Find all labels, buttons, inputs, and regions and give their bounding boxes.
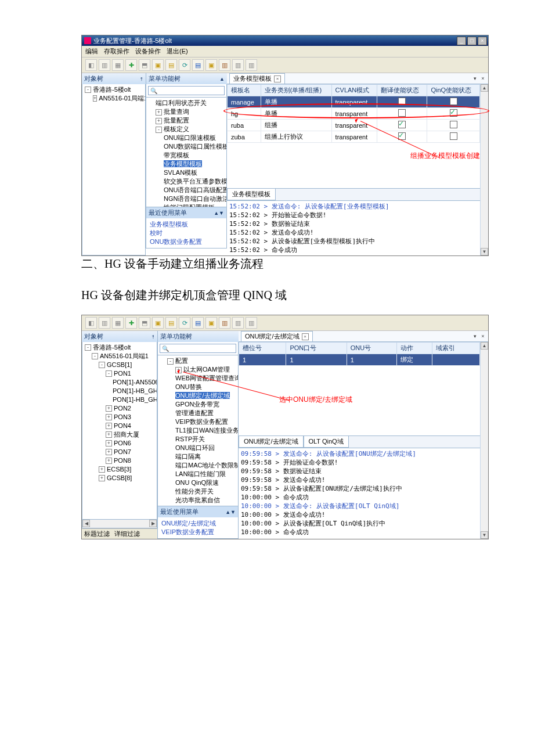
config-icon[interactable]: ▥ (219, 317, 230, 329)
expand-icon[interactable]: + (106, 449, 112, 455)
config-icon[interactable]: ▥ (219, 59, 230, 71)
toolbar-btn[interactable]: ◧ (85, 59, 97, 71)
tree-node[interactable]: +招商大厦 (84, 430, 156, 439)
checkbox[interactable] (450, 98, 457, 105)
collapse-icon[interactable]: - (85, 87, 91, 93)
col-header[interactable]: 业务类别(单播/组播) (261, 85, 331, 96)
scroll-up-icon[interactable]: ▲ (219, 76, 225, 82)
checkbox-checked[interactable] (450, 109, 457, 117)
bottom-tab[interactable]: ONU绑定/去绑定域 (239, 436, 304, 448)
col-header[interactable]: 槽位号 (239, 343, 286, 354)
collapse-icon[interactable]: - (99, 362, 105, 368)
expand-icon[interactable]: + (99, 466, 105, 473)
scrollbar[interactable]: ▲ ▼ (480, 84, 488, 255)
checkbox-checked[interactable] (398, 132, 406, 140)
col-header[interactable]: QinQ使能状态 (427, 85, 480, 96)
toolbar-btn[interactable]: ▥ (232, 317, 244, 329)
close-icon[interactable]: × (302, 333, 309, 340)
expand-icon[interactable]: + (106, 423, 112, 429)
tree-node[interactable]: -GCSB[1] (84, 361, 156, 369)
search-icon[interactable]: 🔍 (149, 88, 159, 94)
col-header[interactable]: 翻译使能状态 (377, 85, 427, 96)
checkbox[interactable] (398, 109, 406, 117)
tree-node[interactable]: +PON4 (84, 422, 156, 430)
copy-icon[interactable]: ▣ (152, 317, 164, 329)
expand-icon[interactable]: + (106, 458, 112, 464)
paste-icon[interactable]: ▤ (165, 317, 177, 329)
expand-icon[interactable]: + (106, 405, 112, 412)
func-item[interactable]: ONU端口限速模板 (147, 134, 226, 142)
checkbox[interactable] (450, 132, 457, 140)
copy-icon[interactable]: ▣ (152, 59, 164, 71)
toolbar-btn[interactable]: ⬒ (139, 59, 150, 71)
table-row[interactable]: zuba 组播上行协议 transparent (228, 131, 480, 143)
checkbox[interactable] (398, 98, 406, 105)
pin-icon[interactable]: ⫯ (152, 334, 155, 340)
func-item[interactable]: 端口隔离 (159, 452, 238, 461)
func-item[interactable]: VEIP数据业务配置 (159, 417, 238, 426)
save-icon[interactable]: ▣ (205, 59, 217, 71)
func-item[interactable]: 端口MAC地址个数限制 (159, 461, 238, 470)
table-row[interactable]: manage 单播 transparent (228, 96, 480, 108)
func-item-selected[interactable]: ONU绑定/去绑定域 (159, 391, 238, 400)
func-item[interactable]: -模板定义 (147, 125, 226, 134)
open-icon[interactable]: ▤ (192, 59, 204, 71)
close-all-icon[interactable]: × (479, 333, 486, 340)
pin-icon[interactable]: ⫯ (140, 76, 143, 82)
close-all-icon[interactable]: × (479, 75, 486, 82)
recent-item[interactable]: ONU绑定/去绑定域 (161, 519, 234, 528)
paste-icon[interactable]: ▤ (165, 59, 177, 71)
tree-node[interactable]: +PON6 (84, 439, 156, 448)
tree-root[interactable]: - 香港路-5楼olt (84, 85, 144, 94)
checkbox[interactable] (450, 121, 457, 128)
col-header[interactable]: 动作 (396, 343, 432, 354)
save-icon[interactable]: ▣ (205, 317, 217, 329)
menu-access[interactable]: 存取操作 (104, 47, 129, 56)
func-item[interactable]: LAN端口性能门限 (159, 470, 238, 478)
expand-icon[interactable]: + (106, 414, 112, 420)
func-item[interactable]: ONU QinQ限速 (159, 478, 238, 487)
func-item-selected[interactable]: 业务模型模板 (147, 160, 226, 168)
scroll-up-icon[interactable]: ▲ (481, 84, 488, 92)
func-item[interactable]: SVLAN模板 (147, 168, 226, 177)
scrollbar[interactable]: ▲ ▼ (480, 342, 488, 539)
tree-node[interactable]: +PON2 (84, 404, 156, 413)
func-item[interactable]: ONU语音端口高级配置 (147, 186, 226, 195)
func-item[interactable]: +批量配置 (147, 116, 226, 125)
expand-icon[interactable]: + (106, 431, 112, 438)
scroll-left-icon[interactable]: ◀ (82, 520, 90, 527)
table-row[interactable]: hg 单播 transparent (228, 108, 480, 120)
table-row[interactable]: 1 1 1 绑定 (239, 354, 480, 366)
expand-icon[interactable]: + (99, 475, 105, 481)
plus-icon[interactable]: ✚ (125, 59, 137, 71)
dropdown-icon[interactable]: ▾ (471, 75, 478, 82)
toolbar-btn[interactable]: ◧ (85, 317, 97, 329)
status-item[interactable]: 详细过滤 (114, 530, 140, 538)
refresh-icon[interactable]: ⟳ (179, 59, 190, 71)
collapse-icon[interactable]: - (106, 370, 112, 377)
close-button[interactable]: × (478, 37, 487, 45)
tree-node[interactable]: +PON8 (84, 456, 156, 465)
tab-active[interactable]: 业务模型模板 × (229, 73, 285, 84)
func-item[interactable]: 端口利用状态开关 (147, 99, 226, 107)
toolbar-btn[interactable]: ▦ (112, 59, 124, 71)
scroll-up-icon[interactable]: ▲ (481, 342, 488, 350)
func-item[interactable]: 光功率批累自信 (159, 496, 238, 505)
tree-node[interactable]: -PON1 (84, 369, 156, 378)
toolbar-btn[interactable]: ▥ (99, 317, 110, 329)
tab-active[interactable]: ONU绑定/去绑定域 × (241, 331, 313, 341)
menu-exit[interactable]: 退出(E) (167, 47, 188, 56)
func-item[interactable]: GPON业务带宽 (159, 400, 238, 409)
maximize-button[interactable]: □ (467, 37, 477, 45)
func-item[interactable]: +以太网OAM管理 (159, 365, 238, 374)
recent-item[interactable]: VEIP数据业务配置 (161, 528, 234, 537)
dropdown-icon[interactable]: ▾ (471, 333, 478, 340)
recent-item[interactable]: 业务模型模板 (150, 220, 223, 229)
toolbar-btn[interactable]: ▥ (246, 59, 257, 71)
toolbar-btn[interactable]: ▥ (246, 317, 257, 329)
collapse-icon[interactable]: - (85, 344, 91, 351)
search-icon[interactable]: 🔍 (160, 345, 171, 352)
tree-node[interactable]: +PON7 (84, 448, 156, 456)
col-header[interactable]: PON口号 (286, 343, 347, 354)
status-item[interactable]: 标题过滤 (84, 530, 110, 538)
